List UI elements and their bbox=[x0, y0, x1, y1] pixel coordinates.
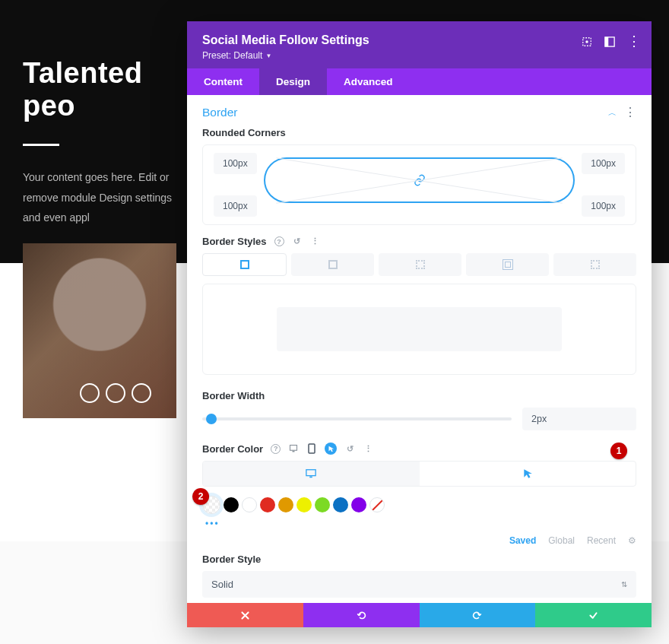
border-style-all[interactable] bbox=[202, 253, 287, 276]
page-heading: Talented peo bbox=[23, 57, 190, 122]
social-circle[interactable] bbox=[106, 383, 125, 403]
swatch-purple[interactable] bbox=[351, 497, 366, 512]
cursor-icon bbox=[522, 468, 533, 479]
status-recent[interactable]: Recent bbox=[587, 535, 616, 546]
heading-rule bbox=[23, 144, 59, 146]
svg-point-1 bbox=[585, 40, 588, 43]
save-button[interactable] bbox=[535, 603, 652, 627]
section-menu-icon[interactable]: ⋮ bbox=[624, 110, 636, 115]
color-status-row: Saved Global Recent ⚙ bbox=[202, 529, 636, 552]
status-global[interactable]: Global bbox=[548, 535, 575, 546]
border-style-right[interactable] bbox=[379, 253, 461, 276]
preset-label: Preset: Default bbox=[202, 50, 262, 61]
undo-icon bbox=[357, 611, 366, 620]
expand-icon[interactable] bbox=[582, 36, 592, 47]
border-style-left[interactable] bbox=[553, 253, 636, 276]
swatch-black[interactable] bbox=[224, 497, 239, 512]
redo-button[interactable] bbox=[420, 603, 536, 627]
modal-footer bbox=[187, 603, 652, 627]
border-width-value[interactable]: 2px bbox=[522, 408, 636, 430]
border-style-value: Solid bbox=[211, 579, 233, 590]
border-color-label: Border Color bbox=[202, 443, 263, 455]
rounded-corners-control[interactable]: 100px 100px 100px 100px bbox=[202, 144, 636, 225]
help-icon[interactable]: ? bbox=[271, 444, 281, 454]
preset-selector[interactable]: Preset: Default ▼ bbox=[202, 50, 636, 61]
annotation-badge-2: 2 bbox=[192, 488, 209, 505]
swatch-green[interactable] bbox=[315, 497, 330, 512]
color-state-tabs bbox=[202, 461, 636, 487]
svg-rect-7 bbox=[306, 470, 315, 476]
rounded-corners-label: Rounded Corners bbox=[202, 127, 286, 138]
tab-advanced[interactable]: Advanced bbox=[327, 68, 410, 95]
border-preview-shape bbox=[277, 307, 563, 351]
annotation-badge-1: 1 bbox=[610, 443, 627, 459]
swatch-white[interactable] bbox=[242, 497, 257, 512]
corners-link-pill[interactable] bbox=[264, 157, 575, 203]
tab-design[interactable]: Design bbox=[259, 68, 327, 95]
border-style-bottom[interactable] bbox=[466, 253, 549, 276]
social-circle[interactable] bbox=[80, 383, 100, 403]
border-style-label: Border Style bbox=[202, 554, 261, 565]
swatch-orange[interactable] bbox=[278, 497, 293, 512]
swatch-none[interactable] bbox=[369, 497, 385, 512]
color-swatches bbox=[202, 496, 636, 514]
swatch-blue[interactable] bbox=[333, 497, 348, 512]
svg-rect-3 bbox=[605, 37, 608, 46]
close-icon bbox=[240, 611, 250, 620]
border-width-slider[interactable] bbox=[202, 409, 512, 429]
border-preview bbox=[202, 284, 636, 375]
border-style-top[interactable] bbox=[291, 253, 374, 276]
chevron-down-icon: ▼ bbox=[265, 52, 271, 59]
check-icon bbox=[588, 611, 598, 620]
reset-icon[interactable]: ↺ bbox=[344, 443, 355, 454]
svg-rect-8 bbox=[310, 477, 313, 478]
svg-rect-5 bbox=[293, 451, 295, 452]
border-section-header[interactable]: Border ︿ ⋮ bbox=[187, 95, 652, 124]
corner-bottom-left[interactable]: 100px bbox=[214, 195, 257, 217]
corner-bottom-right[interactable]: 100px bbox=[582, 195, 625, 217]
slider-thumb[interactable] bbox=[206, 414, 217, 424]
reset-icon[interactable]: ↺ bbox=[292, 236, 303, 247]
color-tab-hover[interactable] bbox=[420, 462, 636, 486]
social-circles bbox=[80, 383, 151, 403]
corner-top-left[interactable]: 100px bbox=[214, 153, 257, 174]
desktop-icon bbox=[306, 468, 316, 479]
field-menu-icon[interactable]: ⋮ bbox=[363, 443, 373, 454]
more-swatches-icon[interactable]: ••• bbox=[205, 519, 633, 529]
border-section-title: Border bbox=[202, 106, 238, 119]
layout-icon[interactable] bbox=[604, 36, 615, 47]
settings-modal: Social Media Follow Settings Preset: Def… bbox=[187, 21, 652, 627]
help-icon[interactable]: ? bbox=[274, 236, 284, 246]
tab-bar: Content Design Advanced bbox=[187, 68, 652, 95]
link-icon bbox=[414, 174, 426, 186]
chevron-up-icon[interactable]: ︿ bbox=[608, 107, 617, 119]
swatch-yellow[interactable] bbox=[296, 497, 312, 512]
phone-icon[interactable] bbox=[306, 443, 317, 454]
svg-rect-4 bbox=[290, 446, 297, 451]
select-caret-icon: ⇅ bbox=[621, 580, 627, 588]
undo-button[interactable] bbox=[303, 603, 420, 627]
modal-header: Social Media Follow Settings Preset: Def… bbox=[187, 21, 652, 68]
color-tab-default[interactable] bbox=[203, 462, 420, 486]
desktop-icon[interactable] bbox=[288, 443, 299, 454]
corner-top-right[interactable]: 100px bbox=[582, 153, 625, 174]
page-paragraph: Your content goes here. Edit or remove m… bbox=[23, 167, 190, 228]
border-width-label: Border Width bbox=[202, 390, 265, 401]
border-style-select[interactable]: Solid ⇅ bbox=[202, 571, 636, 598]
menu-icon[interactable]: ⋮ bbox=[627, 40, 641, 43]
tab-content[interactable]: Content bbox=[187, 68, 259, 95]
hover-state-icon[interactable] bbox=[325, 443, 337, 455]
cancel-button[interactable] bbox=[187, 603, 303, 627]
swatch-red[interactable] bbox=[260, 497, 275, 512]
status-saved[interactable]: Saved bbox=[509, 535, 536, 546]
gear-icon[interactable]: ⚙ bbox=[628, 535, 636, 546]
modal-title: Social Media Follow Settings bbox=[202, 33, 636, 47]
border-styles-label: Border Styles bbox=[202, 236, 267, 247]
field-menu-icon[interactable]: ⋮ bbox=[310, 236, 321, 247]
svg-rect-6 bbox=[309, 444, 315, 453]
border-style-picker bbox=[202, 253, 636, 276]
social-circle[interactable] bbox=[132, 383, 151, 403]
redo-icon bbox=[472, 611, 482, 620]
